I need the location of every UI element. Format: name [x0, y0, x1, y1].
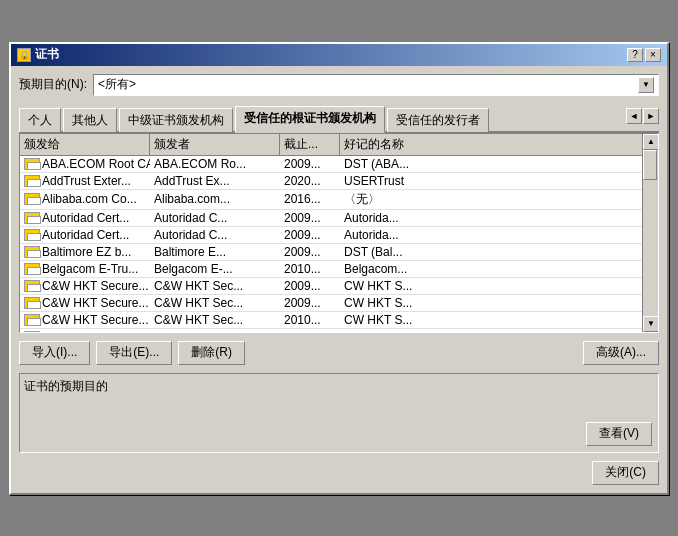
- cert-icon: [24, 263, 40, 275]
- help-button[interactable]: ?: [627, 48, 643, 62]
- table-row[interactable]: C&W HKT Secure...C&W HKT Sec...2009...CW…: [20, 329, 642, 333]
- cert-icon: [24, 297, 40, 309]
- cell-issued-to: ABA.ECOM Root CA: [20, 156, 150, 172]
- close-title-button[interactable]: ×: [645, 48, 661, 62]
- purpose-label: 预期目的(N):: [19, 76, 87, 93]
- cell-issued-to: Autoridad Cert...: [20, 210, 150, 226]
- table-row[interactable]: ABA.ECOM Root CAABA.ECOM Ro...2009...DST…: [20, 156, 642, 173]
- cert-icon: [24, 331, 40, 333]
- certificate-table-wrapper: 颁发给 颁发者 截止... 好记的名称 ABA.ECOM Root CAABA.…: [19, 133, 659, 333]
- cert-icon: [24, 246, 40, 258]
- certificate-dialog: 🔒 证书 ? × 预期目的(N): <所有> ▼ 个人 其他人 中级证书颁发机构…: [9, 42, 669, 495]
- cert-icon: [24, 212, 40, 224]
- close-button[interactable]: 关闭(C): [592, 461, 659, 485]
- cert-icon: [24, 158, 40, 170]
- scroll-up-button[interactable]: ▲: [643, 134, 659, 150]
- cell-issued-by: C&W HKT Sec...: [150, 312, 280, 328]
- tabs-container: 个人 其他人 中级证书颁发机构 受信任的根证书颁发机构 受信任的发行者 ◄ ►: [19, 104, 659, 133]
- table-row[interactable]: C&W HKT Secure...C&W HKT Sec...2010...CW…: [20, 312, 642, 329]
- vertical-scrollbar[interactable]: ▲ ▼: [642, 134, 658, 332]
- title-bar-left: 🔒 证书: [17, 46, 59, 63]
- cell-friendly-name: DST (ABA...: [340, 156, 642, 172]
- col-header-expires: 截止...: [280, 134, 340, 155]
- cell-issued-by: AddTrust Ex...: [150, 173, 280, 189]
- cell-friendly-name: CW HKT S...: [340, 312, 642, 328]
- cell-issued-to: C&W HKT Secure...: [20, 329, 150, 333]
- cell-expires: 2009...: [280, 329, 340, 333]
- col-header-issued-to: 颁发给: [20, 134, 150, 155]
- cell-issued-to: Baltimore EZ b...: [20, 244, 150, 260]
- cell-issued-by: C&W HKT Sec...: [150, 329, 280, 333]
- cell-expires: 2009...: [280, 295, 340, 311]
- table-row[interactable]: Belgacom E-Tru...Belgacom E-...2010...Be…: [20, 261, 642, 278]
- cell-issued-to: Belgacom E-Tru...: [20, 261, 150, 277]
- scroll-track: [643, 150, 658, 316]
- table-row[interactable]: C&W HKT Secure...C&W HKT Sec...2009...CW…: [20, 295, 642, 312]
- action-buttons: 导入(I)... 导出(E)... 删除(R) 高级(A)...: [19, 341, 659, 365]
- cert-icon: [24, 193, 40, 205]
- cert-icon: [24, 314, 40, 326]
- cell-issued-to: C&W HKT Secure...: [20, 278, 150, 294]
- table-row[interactable]: Alibaba.com Co...Alibaba.com...2016...〈无…: [20, 190, 642, 210]
- scroll-down-button[interactable]: ▼: [643, 316, 659, 332]
- cell-issued-by: C&W HKT Sec...: [150, 278, 280, 294]
- cell-expires: 2009...: [280, 227, 340, 243]
- import-button[interactable]: 导入(I)...: [19, 341, 90, 365]
- remove-button[interactable]: 删除(R): [178, 341, 245, 365]
- table-row[interactable]: C&W HKT Secure...C&W HKT Sec...2009...CW…: [20, 278, 642, 295]
- col-header-friendly-name: 好记的名称: [340, 134, 642, 155]
- dialog-content: 预期目的(N): <所有> ▼ 个人 其他人 中级证书颁发机构 受信任的根证书颁…: [11, 66, 667, 493]
- window-title: 证书: [35, 46, 59, 63]
- cell-issued-to: AddTrust Exter...: [20, 173, 150, 189]
- tab-personal[interactable]: 个人: [19, 108, 61, 132]
- table-row[interactable]: Baltimore EZ b...Baltimore E...2009...DS…: [20, 244, 642, 261]
- cell-friendly-name: DST (Bal...: [340, 244, 642, 260]
- cell-issued-by: Belgacom E-...: [150, 261, 280, 277]
- cell-issued-by: C&W HKT Sec...: [150, 295, 280, 311]
- purpose-combobox[interactable]: <所有> ▼: [93, 74, 659, 96]
- tab-nav-buttons: ◄ ►: [626, 108, 659, 124]
- tab-trusted-root[interactable]: 受信任的根证书颁发机构: [235, 106, 385, 133]
- cert-icon: [24, 280, 40, 292]
- scroll-thumb[interactable]: [643, 150, 657, 180]
- col-header-issued-by: 颁发者: [150, 134, 280, 155]
- export-button[interactable]: 导出(E)...: [96, 341, 172, 365]
- tab-intermediate[interactable]: 中级证书颁发机构: [119, 108, 233, 132]
- cell-friendly-name: USERTrust: [340, 173, 642, 189]
- cell-issued-to: Alibaba.com Co...: [20, 191, 150, 207]
- cert-icon: [24, 175, 40, 187]
- cell-issued-to: Autoridad Cert...: [20, 227, 150, 243]
- advanced-button[interactable]: 高级(A)...: [583, 341, 659, 365]
- tab-scroll-right-button[interactable]: ►: [643, 108, 659, 124]
- cell-issued-to: C&W HKT Secure...: [20, 295, 150, 311]
- cell-friendly-name: Autorida...: [340, 227, 642, 243]
- table-row[interactable]: Autoridad Cert...Autoridad C...2009...Au…: [20, 227, 642, 244]
- title-bar: 🔒 证书 ? ×: [11, 44, 667, 66]
- purpose-row: 预期目的(N): <所有> ▼: [19, 74, 659, 96]
- table-body: ABA.ECOM Root CAABA.ECOM Ro...2009...DST…: [20, 156, 642, 333]
- certificate-table: 颁发给 颁发者 截止... 好记的名称 ABA.ECOM Root CAABA.…: [19, 133, 659, 333]
- cell-friendly-name: 〈无〉: [340, 190, 642, 209]
- tab-trusted-publisher[interactable]: 受信任的发行者: [387, 108, 489, 132]
- tab-scroll-left-button[interactable]: ◄: [626, 108, 642, 124]
- cell-friendly-name: CW HKT S...: [340, 329, 642, 333]
- table-row[interactable]: Autoridad Cert...Autoridad C...2009...Au…: [20, 210, 642, 227]
- cell-issued-to: C&W HKT Secure...: [20, 312, 150, 328]
- cell-issued-by: Alibaba.com...: [150, 191, 280, 207]
- cell-expires: 2016...: [280, 191, 340, 207]
- cert-icon: [24, 229, 40, 241]
- cell-issued-by: ABA.ECOM Ro...: [150, 156, 280, 172]
- table-header: 颁发给 颁发者 截止... 好记的名称: [20, 134, 642, 156]
- window-icon: 🔒: [17, 48, 31, 62]
- cell-expires: 2010...: [280, 312, 340, 328]
- cell-expires: 2009...: [280, 244, 340, 260]
- cert-purpose-section-label: 证书的预期目的: [24, 378, 654, 395]
- bottom-buttons: 关闭(C): [19, 461, 659, 485]
- tab-others[interactable]: 其他人: [63, 108, 117, 132]
- cell-issued-by: Baltimore E...: [150, 244, 280, 260]
- cell-friendly-name: CW HKT S...: [340, 295, 642, 311]
- purpose-value: <所有>: [98, 76, 136, 93]
- cell-expires: 2020...: [280, 173, 340, 189]
- view-button[interactable]: 查看(V): [586, 422, 652, 446]
- table-row[interactable]: AddTrust Exter...AddTrust Ex...2020...US…: [20, 173, 642, 190]
